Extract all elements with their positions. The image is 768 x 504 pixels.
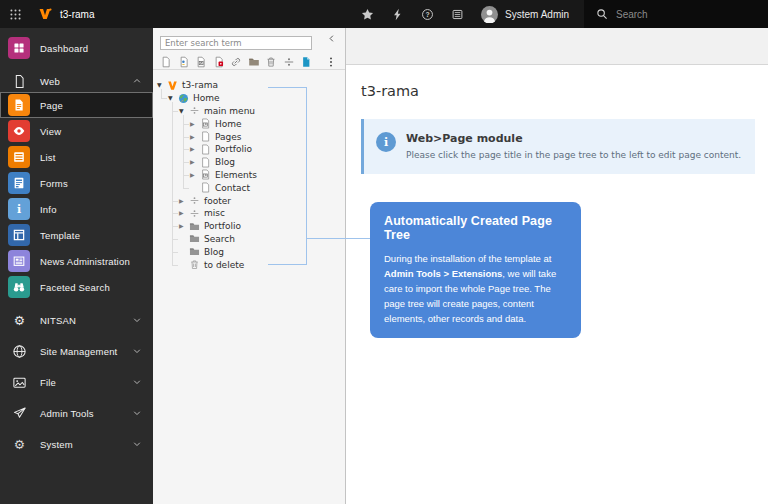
new-spacer-icon[interactable] <box>283 56 295 68</box>
tree-node-to-delete[interactable]: to delete <box>153 258 345 271</box>
chevron-down-icon <box>132 315 142 325</box>
callout-title: Automatically Created Page Tree <box>384 214 567 242</box>
caret-expanded-icon[interactable]: ▼ <box>179 108 189 114</box>
new-page-drag-toolbar <box>160 56 345 68</box>
typo3-logo-icon[interactable] <box>38 0 52 28</box>
tree-node-elements[interactable]: ▶Elements <box>153 169 345 182</box>
sidebar-item-news-administration[interactable]: News Administration <box>0 248 153 274</box>
caret-collapsed-icon[interactable]: ▶ <box>190 172 200 178</box>
caret-collapsed-icon[interactable]: ▶ <box>190 121 200 127</box>
new-backend-user-section-icon[interactable] <box>178 56 190 68</box>
new-recycler-icon[interactable] <box>265 56 277 68</box>
tree-node-home[interactable]: ▶Home <box>153 117 345 130</box>
sidebar-item-list[interactable]: List <box>0 144 153 170</box>
doc-icon <box>12 74 27 89</box>
list-module-icon <box>8 146 30 168</box>
new-folder-icon[interactable] <box>248 56 260 68</box>
tree-node-contact[interactable]: Contact <box>153 181 345 194</box>
sidebar-item-info[interactable]: iInfo <box>0 196 153 222</box>
tree-node-portfolio[interactable]: ▶Portfolio <box>153 220 345 233</box>
tree-node-pages[interactable]: ▶Pages <box>153 130 345 143</box>
avatar <box>481 6 498 23</box>
doc-header <box>346 28 768 65</box>
sidebar-section-web[interactable]: Web <box>0 70 153 92</box>
topbar-toolbar: ? System Admin <box>361 0 584 28</box>
module-menu-icon[interactable] <box>451 8 464 21</box>
image-icon <box>12 375 27 390</box>
page-icon <box>200 182 211 193</box>
tree-node-home[interactable]: ▼Home <box>153 92 345 105</box>
collapse-tree-icon[interactable] <box>327 34 336 43</box>
tree-search-input[interactable] <box>160 36 312 50</box>
caret-collapsed-icon[interactable]: ▶ <box>190 146 200 152</box>
svg-text:i: i <box>17 203 21 216</box>
chevron-down-icon <box>132 346 142 356</box>
sidebar-item-forms[interactable]: Forms <box>0 170 153 196</box>
sidebar-section-system[interactable]: ⚙System <box>0 433 153 455</box>
sidebar-item-label: Info <box>40 204 57 215</box>
more-options-icon[interactable] <box>325 56 337 68</box>
tree-node-portfolio[interactable]: ▶Portfolio <box>153 143 345 156</box>
binoculars-module-icon <box>8 276 30 298</box>
sidebar-item-faceted-search[interactable]: Faceted Search <box>0 274 153 300</box>
caret-collapsed-icon[interactable]: ▶ <box>179 223 189 229</box>
folder-icon <box>189 221 200 232</box>
caret-collapsed-icon[interactable]: ▶ <box>190 159 200 165</box>
new-external-url-icon[interactable] <box>213 56 225 68</box>
shortcut-icon <box>200 118 211 129</box>
form-module-icon <box>8 172 30 194</box>
caret-expanded-icon[interactable]: ▼ <box>157 82 167 88</box>
tree-node-blog[interactable]: Blog <box>153 245 345 258</box>
caret-expanded-icon[interactable]: ▼ <box>168 95 178 101</box>
tree-node-label: main menu <box>204 106 255 116</box>
global-search[interactable]: Search <box>584 0 768 28</box>
callout-connector-line <box>268 87 307 88</box>
tree-node-blog[interactable]: ▶Blog <box>153 156 345 169</box>
new-shortcut-icon[interactable] <box>195 56 207 68</box>
sidebar-item-label: Dashboard <box>40 43 88 54</box>
page-tree-panel: ▼t3-rama▼Home▼main menu▶Home▶Pages▶Portf… <box>153 28 346 504</box>
chevron-down-icon <box>132 377 142 387</box>
sidebar-item-view[interactable]: View <box>0 118 153 144</box>
tree-node-misc[interactable]: ▶misc <box>153 207 345 220</box>
sidebar-item-page[interactable]: Page <box>0 92 153 118</box>
sidebar-section-site-management[interactable]: Site Management <box>0 340 153 362</box>
sidebar-item-label: Page <box>40 100 63 111</box>
folder-icon <box>189 246 200 257</box>
svg-text:⚙: ⚙ <box>14 437 25 452</box>
new-page-icon[interactable] <box>160 56 172 68</box>
caret-collapsed-icon[interactable]: ▶ <box>179 210 189 216</box>
sidebar-section-admin-tools[interactable]: Admin Tools <box>0 402 153 424</box>
sidebar-section-label: File <box>40 377 56 388</box>
caret-collapsed-icon[interactable]: ▶ <box>179 198 189 204</box>
sidebar-item-template[interactable]: Template <box>0 222 153 248</box>
user-menu[interactable]: System Admin <box>481 6 569 23</box>
tree-node-main-menu[interactable]: ▼main menu <box>153 105 345 118</box>
clear-cache-bolt-icon[interactable] <box>391 8 404 21</box>
tree-node-footer[interactable]: ▶footer <box>153 194 345 207</box>
info-icon: i <box>376 132 396 152</box>
search-icon <box>596 8 608 20</box>
bookmark-star-icon[interactable] <box>361 8 374 21</box>
sidebar-item-label: Template <box>40 230 80 241</box>
modules-grid-icon[interactable] <box>0 0 30 28</box>
sidebar-section-nitsan[interactable]: ⚙NITSAN <box>0 309 153 331</box>
sidebar-section-file[interactable]: File <box>0 371 153 393</box>
infobox-title: Web>Page module <box>406 132 741 145</box>
sidebar-item-label: News Administration <box>40 256 130 267</box>
sidebar-item-dashboard[interactable]: Dashboard <box>0 35 153 61</box>
chevron-down-icon <box>132 408 142 418</box>
tree-node-label: Portfolio <box>215 144 252 154</box>
callout-body: During the installation of the template … <box>384 251 567 326</box>
page-tree: ▼t3-rama▼Home▼main menu▶Home▶Pages▶Portf… <box>153 70 345 271</box>
globe-icon <box>12 344 27 359</box>
help-icon[interactable]: ? <box>421 8 434 21</box>
tree-node-label: Contact <box>215 183 250 193</box>
page-module-icon <box>8 94 30 116</box>
tree-node-label: Blog <box>215 157 235 167</box>
rocket-icon <box>12 406 27 421</box>
new-link-icon[interactable] <box>230 56 242 68</box>
caret-collapsed-icon[interactable]: ▶ <box>190 134 200 140</box>
new-mountpoint-icon[interactable] <box>300 56 312 68</box>
tree-node-t3-rama[interactable]: ▼t3-rama <box>153 79 345 92</box>
